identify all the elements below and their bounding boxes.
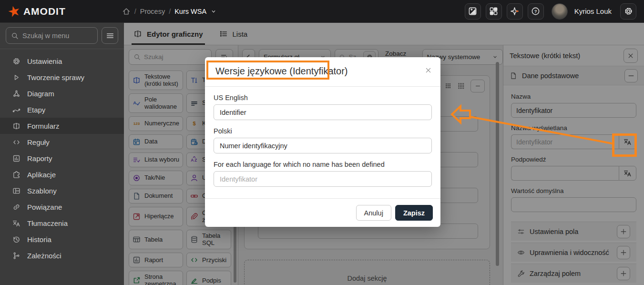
sidebar-item-label: Historia	[27, 235, 51, 244]
sidebar-item[interactable]: Aplikacje	[0, 166, 124, 183]
amodit-logo: ★ AMODIT	[8, 4, 66, 19]
sidebar-item[interactable]: Diagram	[0, 85, 124, 102]
sidebar-item-icon	[12, 138, 20, 146]
sidebar-item-label: Raporty	[27, 154, 52, 163]
sidebar-item-icon	[12, 106, 20, 114]
sidebar-item-label: Zależności	[27, 252, 61, 260]
sidebar-item-label: Etapy	[27, 106, 45, 114]
sidebar-item[interactable]: Powiązane	[0, 199, 124, 215]
cancel-button[interactable]: Anuluj	[356, 205, 391, 221]
modal-close-button[interactable]	[425, 67, 432, 75]
sidebar-item-label: Diagram	[27, 90, 54, 98]
fallback-label: For each language for which no name has …	[214, 161, 432, 168]
sidebar-item-label: Tłumaczenia	[27, 219, 68, 227]
logo-star-icon: ★	[6, 3, 22, 20]
sidebar-item-icon	[12, 187, 20, 195]
sidebar-item[interactable]: Historia	[0, 231, 124, 247]
sidebar-item-icon	[12, 57, 20, 65]
sidebar-item-label: Ustawienia	[27, 57, 62, 65]
sidebar-item-label: Tworzenie sprawy	[27, 73, 84, 81]
breadcrumb-item-current[interactable]: Kurs WSA	[174, 8, 206, 15]
assistant-button[interactable]	[507, 3, 523, 20]
sidebar-item[interactable]: Ustawienia	[0, 53, 124, 69]
help-button[interactable]: ?	[528, 3, 544, 20]
breadcrumb: / Procesy / Kurs WSA	[122, 7, 217, 16]
sidebar-item-label: Reguły	[27, 138, 50, 146]
sidebar-item-icon	[12, 219, 20, 227]
sidebar-item-icon	[12, 203, 20, 211]
sidebar-item-icon	[12, 154, 20, 163]
svg-text:?: ?	[534, 9, 537, 14]
sidebar-item[interactable]: Etapy	[0, 102, 124, 118]
sidebar-item-icon	[12, 171, 20, 179]
user-avatar[interactable]	[552, 3, 568, 20]
sidebar-search[interactable]	[6, 27, 98, 44]
save-button[interactable]: Zapisz	[395, 205, 433, 221]
sidebar-item[interactable]: Tworzenie sprawy	[0, 69, 124, 85]
sidebar-collapse-button[interactable]	[102, 27, 118, 44]
sidebar-item[interactable]: Zależności	[0, 247, 124, 264]
sidebar-item[interactable]: Szablony	[0, 183, 124, 199]
sidebar-item-label: Powiązane	[27, 203, 62, 211]
contrast-icon	[468, 7, 477, 16]
polski-label: Polski	[214, 127, 432, 135]
sparkle-icon	[510, 7, 519, 16]
apps-grid-icon	[489, 7, 498, 16]
us-english-label: US English	[214, 94, 432, 102]
apps-button[interactable]	[486, 3, 502, 20]
us-english-input[interactable]	[214, 104, 432, 120]
sidebar-item-icon	[12, 252, 20, 260]
settings-button[interactable]	[620, 3, 636, 20]
topbar: ★ AMODIT / Procesy / Kurs WSA ? Kyrios L…	[0, 0, 644, 23]
sidebar-item-icon	[12, 235, 20, 244]
home-icon[interactable]	[122, 7, 131, 16]
sidebar-item[interactable]: Tłumaczenia	[0, 215, 124, 231]
sidebar-item-icon	[12, 90, 20, 98]
sidebar-item-label: Formularz	[27, 122, 60, 130]
sidebar-item[interactable]: Formularz	[0, 118, 124, 134]
gear-icon	[624, 7, 633, 16]
close-icon	[425, 67, 432, 74]
logo-text: AMODIT	[23, 6, 66, 17]
language-versions-modal: Wersje językowe (Identyfikator) US Engli…	[205, 57, 440, 227]
sidebar: Ustawienia Tworzenie sprawy Diagram Etap…	[0, 23, 124, 285]
sidebar-item-label: Aplikacje	[27, 171, 56, 179]
search-icon	[11, 32, 19, 40]
sidebar-item-icon	[12, 122, 20, 130]
user-name[interactable]: Kyrios Louk	[574, 7, 612, 15]
sidebar-item-icon	[12, 73, 20, 81]
sidebar-menu: Ustawienia Tworzenie sprawy Diagram Etap…	[0, 49, 124, 264]
breadcrumb-item-procesy[interactable]: Procesy	[140, 8, 165, 15]
hamburger-icon	[106, 31, 114, 40]
breadcrumb-chevron-down-icon[interactable]	[210, 8, 217, 15]
sidebar-search-input[interactable]	[22, 32, 92, 40]
sidebar-item-label: Szablony	[27, 187, 57, 195]
sidebar-item[interactable]: Raporty	[0, 150, 124, 166]
modal-title: Wersje językowe (Identyfikator)	[215, 65, 348, 77]
polski-input[interactable]	[214, 138, 432, 153]
help-icon: ?	[531, 7, 540, 16]
contrast-toggle-button[interactable]	[465, 3, 481, 20]
sidebar-item[interactable]: Reguły	[0, 134, 124, 150]
fallback-input[interactable]	[214, 171, 432, 187]
